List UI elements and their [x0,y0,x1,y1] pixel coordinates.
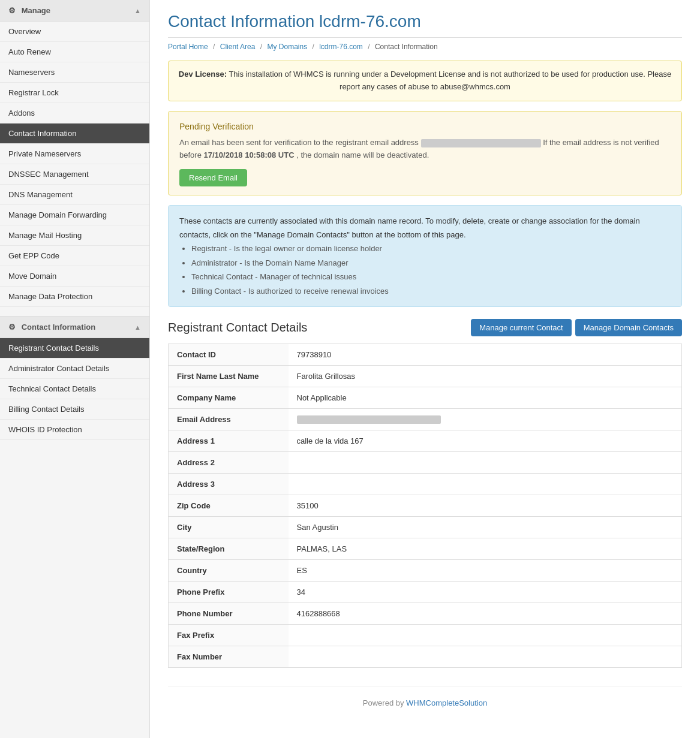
contact-row-value-14 [289,646,682,668]
breadcrumb-current: Contact Information [375,43,438,51]
pending-date: 17/10/2018 10:58:08 UTC [203,150,294,159]
sidebar-item-registrar-lock[interactable]: Registrar Lock [0,83,149,103]
sidebar-item-billing-contact-details[interactable]: Billing Contact Details [0,399,149,420]
contact-row-value-2: Not Applicable [289,387,682,408]
table-row: Zip Code35100 [169,495,682,517]
info-box-item-technical: Technical Contact - Manager of technical… [191,270,671,284]
table-row: Email Address [169,408,682,430]
contact-row-value-7: 35100 [289,495,682,517]
sidebar-item-get-epp-code[interactable]: Get EPP Code [0,246,149,266]
resend-email-button[interactable]: Resend Email [179,169,247,186]
contact-row-label-14: Fax Number [169,646,289,668]
contact-row-value-11: 34 [289,582,682,603]
registrant-contact-section: Registrant Contact Details Manage curren… [168,319,682,668]
contact-table: Contact ID79738910First Name Last NameFa… [168,344,682,668]
sidebar-item-contact-information[interactable]: Contact Information [0,123,149,144]
contact-section-buttons: Manage current Contact Manage Domain Con… [471,319,682,336]
breadcrumb-my-domains[interactable]: My Domains [267,43,307,51]
sidebar-item-administrator-contact-details[interactable]: Administrator Contact Details [0,359,149,379]
page-title: Contact Information lcdrm-76.com [168,12,682,38]
contact-row-label-7: Zip Code [169,495,289,517]
sidebar: ⚙ Manage ▲ OverviewAuto RenewNameservers… [0,0,150,738]
contact-row-value-1: Farolita Grillosas [289,365,682,387]
contact-row-value-10: ES [289,560,682,582]
table-row: Phone Prefix34 [169,582,682,603]
sidebar-item-manage-data-protection[interactable]: Manage Data Protection [0,287,149,307]
contact-row-value-12: 4162888668 [289,603,682,625]
contact-row-label-0: Contact ID [169,344,289,365]
table-row: Address 2 [169,452,682,474]
breadcrumb-client-area[interactable]: Client Area [220,43,256,51]
contact-row-label-8: City [169,517,289,538]
sidebar-item-manage-mail-hosting[interactable]: Manage Mail Hosting [0,225,149,246]
dev-license-banner: Dev License: This installation of WHMCS … [168,61,682,101]
chevron-up-icon: ▲ [134,7,141,14]
footer-text: Powered by [363,698,406,707]
contact-row-label-1: First Name Last Name [169,365,289,387]
sidebar-item-registrant-contact-details[interactable]: Registrant Contact Details [0,338,149,359]
breadcrumb-portal-home[interactable]: Portal Home [168,43,208,51]
table-row: Company NameNot Applicable [169,387,682,408]
contact-row-label-12: Phone Number [169,603,289,625]
info-box: These contacts are currently associated … [168,205,682,307]
contact-row-value-0: 79738910 [289,344,682,365]
gear-icon-2: ⚙ [8,323,16,332]
sidebar-item-dnssec-management[interactable]: DNSSEC Management [0,164,149,185]
sidebar-item-private-nameservers[interactable]: Private Nameservers [0,144,149,164]
pending-body: An email has been sent for verification … [179,137,671,162]
chevron-up-icon-2: ▲ [134,324,141,331]
contact-section-title: Registrant Contact Details [168,321,307,335]
sidebar-item-auto-renew[interactable]: Auto Renew [0,42,149,62]
breadcrumb-domain[interactable]: lcdrm-76.com [319,43,363,51]
table-row: CountryES [169,560,682,582]
info-box-item-administrator: Administrator - Is the Domain Name Manag… [191,256,671,270]
gear-icon: ⚙ [8,6,16,15]
sidebar-item-whois-id-protection[interactable]: WHOIS ID Protection [0,420,149,440]
sidebar-item-manage-domain-forwarding[interactable]: Manage Domain Forwarding [0,205,149,225]
contact-row-value-8: San Agustin [289,517,682,538]
contact-row-value-3 [289,408,682,430]
contact-row-value-9: PALMAS, LAS [289,538,682,560]
pending-text-after: , the domain name will be deactivated. [296,150,429,159]
info-box-list: Registrant - Is the legal owner or domai… [179,242,671,298]
sidebar-item-technical-contact-details[interactable]: Technical Contact Details [0,379,149,399]
contact-row-label-4: Address 1 [169,430,289,452]
sidebar-contact-label: ⚙ Contact Information [8,323,95,332]
table-row: Address 1calle de la vida 167 [169,430,682,452]
info-box-intro: These contacts are currently associated … [179,214,671,242]
sidebar-item-move-domain[interactable]: Move Domain [0,266,149,287]
pending-title: Pending Verification [179,120,671,133]
breadcrumb: Portal Home / Client Area / My Domains /… [168,43,682,51]
sidebar-item-nameservers[interactable]: Nameservers [0,62,149,83]
contact-row-label-3: Email Address [169,408,289,430]
sidebar-item-dns-management[interactable]: DNS Management [0,185,149,205]
manage-domain-contacts-button[interactable]: Manage Domain Contacts [575,319,682,336]
footer: Powered by WHMCompleteSolution [168,686,682,719]
sidebar-manage-label: ⚙ Manage [8,6,50,15]
table-row: Fax Prefix [169,625,682,646]
sidebar-contact-header[interactable]: ⚙ Contact Information ▲ [0,317,149,338]
table-row: Address 3 [169,474,682,495]
sidebar-item-overview[interactable]: Overview [0,22,149,42]
dev-license-text: This installation of WHMCS is running un… [229,70,671,91]
contact-row-label-10: Country [169,560,289,582]
dev-license-label: Dev License: [179,70,227,79]
contact-row-value-5 [289,452,682,474]
contact-row-label-13: Fax Prefix [169,625,289,646]
contact-row-label-2: Company Name [169,387,289,408]
info-box-item-registrant: Registrant - Is the legal owner or domai… [191,242,671,255]
sidebar-manage-items: OverviewAuto RenewNameserversRegistrar L… [0,22,149,307]
table-row: Contact ID79738910 [169,344,682,365]
info-box-item-billing: Billing Contact - Is authorized to recei… [191,284,671,298]
contact-row-value-6 [289,474,682,495]
manage-current-contact-button[interactable]: Manage current Contact [471,319,571,336]
pending-text-before: An email has been sent for verification … [179,138,419,147]
contact-row-label-11: Phone Prefix [169,582,289,603]
sidebar-item-addons[interactable]: Addons [0,103,149,123]
table-row: First Name Last NameFarolita Grillosas [169,365,682,387]
contact-section-header: Registrant Contact Details Manage curren… [168,319,682,336]
contact-row-label-9: State/Region [169,538,289,560]
sidebar-manage-header[interactable]: ⚙ Manage ▲ [0,0,149,22]
footer-link[interactable]: WHMCompleteSolution [406,698,487,707]
table-row: State/RegionPALMAS, LAS [169,538,682,560]
